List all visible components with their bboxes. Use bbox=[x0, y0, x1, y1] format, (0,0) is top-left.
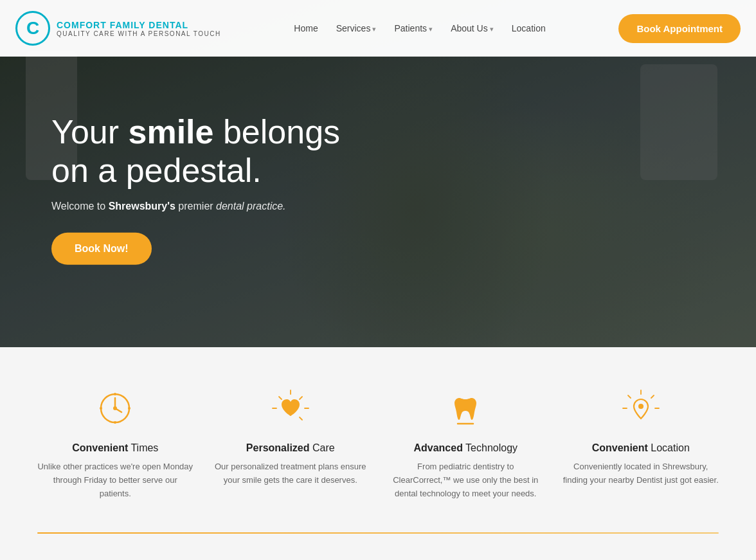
hero-shrewsbury: Shrewsbury's bbox=[109, 200, 176, 211]
logo[interactable]: C COMFORT FAMILY DENTAL QUALITY CARE WIT… bbox=[15, 11, 221, 46]
clock-icon bbox=[93, 386, 138, 431]
hero-subline: Welcome to Shrewsbury's premier dental p… bbox=[51, 200, 340, 212]
feature-location-desc: Conveniently located in Shrewsbury, find… bbox=[563, 460, 719, 487]
features-section: Convenient Times Unlike other practices … bbox=[0, 347, 756, 560]
svg-line-11 bbox=[300, 417, 302, 420]
book-appointment-button[interactable]: Book Appointment bbox=[618, 14, 741, 43]
brand-title: COMFORT FAMILY DENTAL bbox=[57, 20, 221, 30]
feature-care-title: Personalized Care bbox=[246, 442, 335, 454]
svg-point-6 bbox=[100, 407, 102, 410]
feature-care-desc: Our personalized treatment plans ensure … bbox=[213, 460, 369, 487]
tooth-icon bbox=[443, 386, 488, 431]
feature-technology-title: Advanced Technology bbox=[413, 442, 518, 454]
hero-book-button[interactable]: Book Now! bbox=[51, 232, 152, 264]
svg-line-18 bbox=[628, 395, 631, 398]
features-grid: Convenient Times Unlike other practices … bbox=[37, 386, 719, 500]
heart-icon bbox=[268, 386, 313, 431]
feature-times-title: Convenient Times bbox=[72, 442, 158, 454]
feature-location: Convenient Location Conveniently located… bbox=[563, 386, 719, 500]
feature-care: Personalized Care Our personalized treat… bbox=[213, 386, 369, 500]
svg-point-5 bbox=[128, 407, 130, 410]
svg-point-7 bbox=[114, 421, 116, 424]
logo-circle: C bbox=[15, 11, 50, 46]
navbar: C COMFORT FAMILY DENTAL QUALITY CARE WIT… bbox=[0, 0, 756, 57]
bottom-divider bbox=[37, 532, 719, 534]
nav-links: Home Services Patients About Us Location bbox=[294, 23, 545, 34]
nav-item-patients[interactable]: Patients bbox=[394, 23, 433, 34]
hero-headline: Your smile belongson a pedestal. bbox=[51, 113, 340, 190]
svg-line-16 bbox=[651, 395, 654, 398]
brand-subtitle: QUALITY CARE WITH A PERSONAL TOUCH bbox=[57, 30, 221, 37]
hero-headline-bold: smile bbox=[129, 113, 214, 150]
hero-content: Your smile belongson a pedestal. Welcome… bbox=[51, 113, 340, 265]
nav-item-home[interactable]: Home bbox=[294, 23, 318, 34]
svg-line-3 bbox=[115, 408, 122, 412]
feature-times-desc: Unlike other practices we're open Monday… bbox=[37, 460, 194, 500]
feature-technology-desc: From pediatric dentistry to ClearCorrect… bbox=[388, 460, 544, 500]
nav-item-services[interactable]: Services bbox=[336, 23, 377, 34]
location-icon bbox=[618, 386, 663, 431]
svg-point-20 bbox=[638, 404, 644, 409]
nav-item-about[interactable]: About Us bbox=[451, 23, 494, 34]
hero-practice: dental practice. bbox=[216, 200, 286, 211]
hero-headline-part1: Your bbox=[51, 113, 129, 150]
feature-technology: Advanced Technology From pediatric denti… bbox=[388, 386, 544, 500]
svg-line-12 bbox=[279, 397, 282, 399]
nav-item-location[interactable]: Location bbox=[512, 23, 546, 34]
svg-line-9 bbox=[300, 397, 302, 399]
svg-point-4 bbox=[114, 393, 116, 395]
feature-location-title: Convenient Location bbox=[592, 442, 690, 454]
feature-times: Convenient Times Unlike other practices … bbox=[37, 386, 194, 500]
